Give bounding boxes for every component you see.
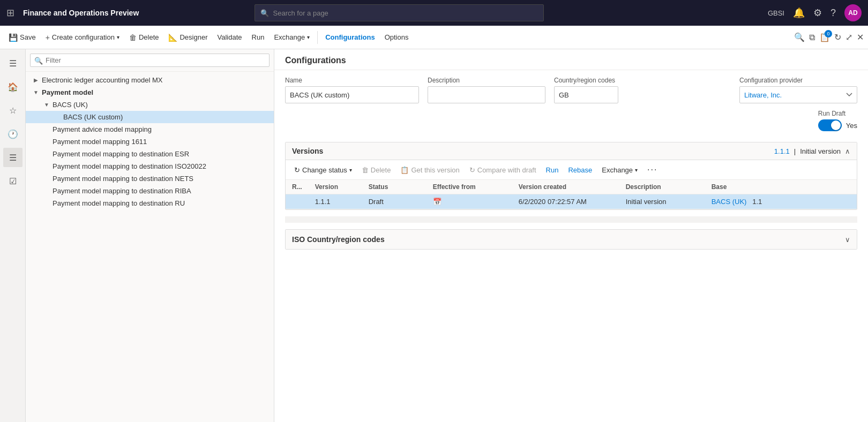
country-input[interactable] bbox=[554, 86, 618, 103]
designer-button[interactable]: 📐 Designer bbox=[164, 31, 212, 44]
name-field: Name bbox=[285, 77, 419, 103]
options-tab-button[interactable]: Options bbox=[380, 31, 413, 43]
close-icon[interactable]: ✕ bbox=[857, 32, 864, 42]
col-header-created: Version created bbox=[512, 180, 619, 194]
tree-item-item4[interactable]: BACS (UK custom) bbox=[26, 111, 274, 123]
tree-item-item3[interactable]: ▼BACS (UK) bbox=[26, 99, 274, 111]
tree-item-item1[interactable]: ▶Electronic ledger accounting model MX bbox=[26, 74, 274, 86]
help-icon[interactable]: ? bbox=[830, 7, 836, 19]
run-draft-toggle[interactable] bbox=[818, 119, 842, 131]
org-code: GBSI bbox=[768, 9, 784, 17]
versions-header-row: R... Version Status Effective from Versi… bbox=[286, 180, 857, 194]
filter-input[interactable] bbox=[30, 54, 270, 67]
get-this-version-button[interactable]: 📋 Get this version bbox=[396, 164, 463, 176]
col-header-effective: Effective from bbox=[426, 180, 512, 194]
tree-item-item10[interactable]: Payment model mapping to destination RIB… bbox=[26, 185, 274, 197]
recent-icon[interactable]: 🕐 bbox=[3, 124, 23, 144]
hamburger-menu-icon[interactable]: ☰ bbox=[3, 54, 23, 73]
run-draft-label: Run Draft bbox=[818, 110, 845, 117]
save-button[interactable]: 💾 Save bbox=[4, 31, 40, 44]
notification-icon[interactable]: 🔔 bbox=[793, 7, 805, 19]
notifications-badge-icon[interactable]: 📋 0 bbox=[819, 32, 830, 42]
cell-created: 6/2/2020 07:22:57 AM bbox=[512, 194, 619, 209]
list-icon[interactable]: ☰ bbox=[3, 148, 23, 167]
tree-item-item8[interactable]: Payment model mapping to destination ISO… bbox=[26, 160, 274, 172]
home-icon[interactable]: 🏠 bbox=[3, 77, 23, 96]
tree-item-item2[interactable]: ▼Payment model bbox=[26, 86, 274, 99]
tree-item-item9[interactable]: Payment model mapping to destination NET… bbox=[26, 172, 274, 185]
toolbar-right: 🔍 ⧉ 📋 0 ↻ ⤢ ✕ bbox=[794, 32, 864, 42]
change-status-icon: ↻ bbox=[294, 166, 300, 174]
exchange-button[interactable]: Exchange ▾ bbox=[270, 31, 314, 43]
tree-item-item7[interactable]: Payment model mapping to destination ESR bbox=[26, 148, 274, 160]
search-bar[interactable]: 🔍 bbox=[255, 4, 544, 21]
filter-search-icon: 🔍 bbox=[34, 56, 43, 64]
configurations-tab-button[interactable]: Configurations bbox=[321, 31, 379, 43]
versions-more-button[interactable]: ··· bbox=[643, 163, 662, 176]
calendar-icon[interactable]: 📅 bbox=[433, 198, 442, 206]
search-input[interactable] bbox=[273, 9, 538, 17]
col-header-base: Base bbox=[705, 180, 857, 194]
run-button[interactable]: Run bbox=[248, 31, 269, 43]
filter-icon[interactable]: 🔍 bbox=[794, 32, 805, 42]
tree-item-label: Electronic ledger accounting model MX bbox=[42, 76, 162, 84]
form-row: Name Description Country/region codes Co… bbox=[274, 70, 868, 110]
refresh-icon[interactable]: ↻ bbox=[834, 32, 841, 42]
change-status-chevron-icon: ▾ bbox=[349, 167, 352, 173]
tree-chevron-icon: ▼ bbox=[32, 89, 40, 95]
settings-icon[interactable]: ⚙ bbox=[813, 7, 822, 19]
description-label: Description bbox=[428, 77, 545, 84]
compare-with-draft-button[interactable]: ↻ Compare with draft bbox=[465, 164, 541, 176]
version-label-text: Initial version bbox=[800, 147, 841, 155]
version-number: 1.1.1 bbox=[774, 147, 790, 155]
table-row[interactable]: 1.1.1 Draft 📅 6/2/2020 07:22:57 AM Initi… bbox=[286, 194, 857, 209]
versions-exchange-button[interactable]: Exchange ▾ bbox=[597, 164, 642, 176]
iso-header[interactable]: ISO Country/region codes ∨ bbox=[286, 230, 857, 249]
cell-status: Draft bbox=[362, 194, 426, 209]
cell-version: 1.1.1 bbox=[309, 194, 362, 209]
change-status-button[interactable]: ↻ Change status ▾ bbox=[290, 164, 356, 176]
versions-table-scroll[interactable]: R... Version Status Effective from Versi… bbox=[286, 180, 857, 209]
iso-section: ISO Country/region codes ∨ bbox=[285, 229, 857, 250]
iso-collapse-icon: ∨ bbox=[845, 236, 850, 244]
validate-button[interactable]: Validate bbox=[213, 31, 246, 43]
tree-item-label: Payment model mapping to destination ESR bbox=[53, 150, 189, 158]
run-draft-value: Yes bbox=[846, 122, 857, 130]
get-version-icon: 📋 bbox=[400, 166, 409, 174]
versions-run-button[interactable]: Run bbox=[542, 164, 563, 176]
layout-icon[interactable]: ⧉ bbox=[809, 33, 815, 42]
user-avatar[interactable]: AD bbox=[844, 4, 862, 21]
config-provider-select[interactable]: Litware, Inc. bbox=[739, 86, 857, 103]
country-label: Country/region codes bbox=[554, 77, 618, 84]
description-field: Description bbox=[428, 77, 545, 103]
star-icon[interactable]: ☆ bbox=[3, 101, 23, 120]
grid-icon[interactable]: ⊞ bbox=[6, 7, 14, 19]
tree-item-label: Payment model mapping to destination RU bbox=[53, 199, 185, 207]
horizontal-scrollbar[interactable] bbox=[285, 216, 857, 223]
toggle-wrap: Yes bbox=[818, 119, 857, 131]
base-link[interactable]: BACS (UK) bbox=[712, 198, 747, 206]
versions-delete-button[interactable]: 🗑 Delete bbox=[357, 164, 395, 176]
expand-icon[interactable]: ⤢ bbox=[845, 32, 852, 42]
create-configuration-button[interactable]: + Create configuration ▾ bbox=[41, 31, 124, 44]
tree-item-item11[interactable]: Payment model mapping to destination RU bbox=[26, 197, 274, 209]
tree-filter-area: 🔍 bbox=[26, 49, 274, 72]
main-toolbar: 💾 Save + Create configuration ▾ 🗑 Delete… bbox=[0, 26, 868, 49]
toolbar-separator bbox=[317, 31, 318, 44]
col-header-r: R... bbox=[286, 180, 309, 194]
description-input[interactable] bbox=[428, 86, 545, 103]
content-header: Configurations bbox=[274, 49, 868, 70]
config-provider-field: Configuration provider Litware, Inc. bbox=[739, 77, 857, 103]
cell-effective: 📅 bbox=[426, 194, 512, 209]
name-input[interactable] bbox=[285, 86, 419, 103]
tree-item-item6[interactable]: Payment model mapping 1611 bbox=[26, 135, 274, 148]
checklist-icon[interactable]: ☑ bbox=[3, 171, 23, 191]
delete-button[interactable]: 🗑 Delete bbox=[125, 31, 163, 44]
tree-item-label: Payment model bbox=[42, 88, 93, 96]
versions-meta: 1.1.1 | Initial version ∧ bbox=[774, 147, 850, 155]
rebase-button[interactable]: Rebase bbox=[564, 164, 596, 176]
tree-item-item5[interactable]: Payment advice model mapping bbox=[26, 123, 274, 135]
iso-title: ISO Country/region codes bbox=[292, 235, 385, 244]
versions-collapse-button[interactable]: ∧ bbox=[845, 147, 850, 155]
plus-icon: + bbox=[46, 33, 50, 42]
